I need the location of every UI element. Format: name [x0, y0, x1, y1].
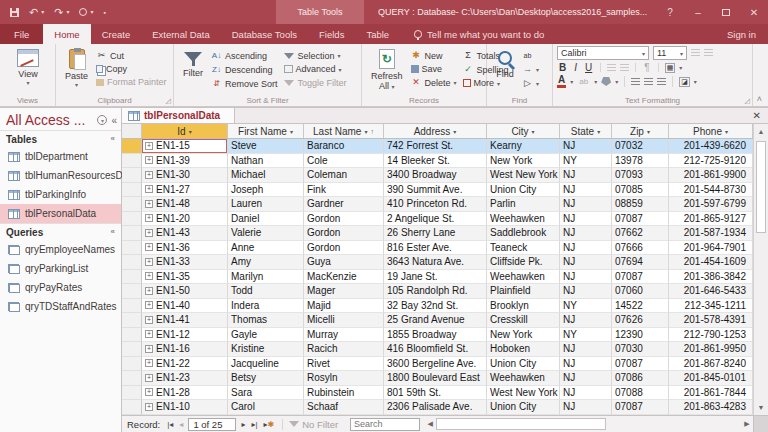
increase-indent-icon[interactable] — [620, 64, 629, 72]
font-size-combobox[interactable]: 11▾ — [653, 46, 687, 60]
cell-first-name[interactable]: Daniel — [228, 212, 304, 227]
descending-button[interactable]: Z↓Descending — [208, 63, 281, 76]
cell-address[interactable]: 3400 Broadway — [384, 168, 487, 183]
record-selector[interactable] — [122, 226, 142, 241]
cell-zip[interactable]: 12390 — [612, 328, 669, 343]
cell-id[interactable]: +EN1-12 — [142, 328, 228, 343]
record-selector[interactable] — [122, 400, 142, 415]
undo-icon[interactable]: ↶ — [29, 7, 38, 18]
cell-city[interactable]: Teaneck — [487, 241, 560, 256]
cell-state[interactable]: NJ — [560, 357, 612, 372]
remove-sort-button[interactable]: ⇵Remove Sort — [208, 77, 281, 90]
cell-state[interactable]: NJ — [560, 400, 612, 415]
cell-id[interactable]: +EN1-30 — [142, 168, 228, 183]
cell-zip[interactable]: 07085 — [612, 183, 669, 198]
cell-id[interactable]: +EN1-36 — [142, 241, 228, 256]
cut-button[interactable]: ✂Cut — [93, 49, 170, 62]
cell-phone[interactable]: 201-867-8240 — [669, 357, 753, 372]
record-selector[interactable] — [122, 371, 142, 386]
cell-city[interactable]: Union City — [487, 357, 560, 372]
cell-id[interactable]: +EN1-39 — [142, 154, 228, 169]
vertical-scrollbar[interactable]: ▲ ▼ — [753, 124, 768, 415]
cell-phone[interactable]: 201-587-1934 — [669, 226, 753, 241]
minimize-button[interactable]: – — [684, 0, 712, 24]
sidebar-item-query[interactable]: qryParkingList — [0, 259, 121, 278]
advanced-button[interactable]: Advanced▾ — [281, 63, 350, 75]
cell-zip[interactable]: 08859 — [612, 197, 669, 212]
expand-subdatasheet-icon[interactable]: + — [145, 316, 153, 324]
ribbon-tab[interactable]: External Data — [141, 24, 221, 44]
cell-last-name[interactable]: Majid — [304, 299, 384, 314]
cell-state[interactable]: NY — [560, 328, 612, 343]
expand-subdatasheet-icon[interactable]: + — [145, 359, 153, 367]
close-document-icon[interactable]: ✕ — [746, 108, 768, 123]
first-record-button[interactable]: |◂ — [164, 420, 176, 429]
cell-address[interactable]: 410 Princeton Rd. — [384, 197, 487, 212]
cell-city[interactable]: Cresskill — [487, 313, 560, 328]
column-dropdown-icon[interactable]: ▾ — [725, 128, 728, 135]
cell-city[interactable]: Weehawken — [487, 212, 560, 227]
cell-address[interactable]: 14 Bleeker St. — [384, 154, 487, 169]
record-selector[interactable] — [122, 357, 142, 372]
font-color-button[interactable]: A — [557, 75, 566, 88]
record-selector[interactable] — [122, 328, 142, 343]
cell-phone[interactable]: 201-597-6799 — [669, 197, 753, 212]
replace-button[interactable]: ab — [519, 49, 542, 62]
cell-address[interactable]: 32 Bay 32nd St. — [384, 299, 487, 314]
new-record-button[interactable]: ▸✱ — [260, 420, 277, 429]
column-header-state[interactable]: State▾ — [560, 124, 612, 138]
column-dropdown-icon[interactable]: ▾ — [532, 128, 535, 135]
column-dropdown-icon[interactable]: ▾ — [597, 128, 600, 135]
cell-last-name[interactable]: Coleman — [304, 168, 384, 183]
cell-last-name[interactable]: Murray — [304, 328, 384, 343]
ribbon-tab[interactable]: Table — [355, 24, 400, 44]
cell-first-name[interactable]: Valerie — [228, 226, 304, 241]
cell-phone[interactable]: 201-578-4391 — [669, 313, 753, 328]
cell-city[interactable]: Cliffside Pk. — [487, 255, 560, 270]
ribbon-tab[interactable]: Home — [43, 24, 90, 44]
column-header-city[interactable]: City▾ — [487, 124, 560, 138]
expand-subdatasheet-icon[interactable]: + — [145, 301, 153, 309]
filter-button[interactable]: Filter — [178, 47, 208, 94]
cell-first-name[interactable]: Amy — [228, 255, 304, 270]
cell-phone[interactable]: 201-439-6620 — [669, 139, 753, 154]
bullets-icon[interactable] — [691, 49, 700, 57]
document-tab[interactable]: tblPersonalData — [122, 108, 235, 123]
cell-id[interactable]: +EN1-15 — [142, 139, 228, 154]
cell-phone[interactable]: 201-861-9900 — [669, 168, 753, 183]
column-dropdown-icon[interactable]: ▾ — [290, 128, 293, 135]
cell-city[interactable]: Brooklyn — [487, 299, 560, 314]
cell-last-name[interactable]: Gordon — [304, 226, 384, 241]
cell-zip[interactable]: 07032 — [612, 139, 669, 154]
cell-address[interactable]: 390 Summit Ave. — [384, 183, 487, 198]
cell-id[interactable]: +EN1-28 — [142, 386, 228, 401]
scroll-right-icon[interactable]: ▶ — [741, 420, 753, 428]
close-button[interactable]: ✕ — [740, 0, 768, 24]
cell-address[interactable]: 26 Sherry Lane — [384, 226, 487, 241]
sidebar-item-query[interactable]: qryPayRates — [0, 278, 121, 297]
cell-address[interactable]: 105 Randolph Rd. — [384, 284, 487, 299]
select-all-cell[interactable] — [122, 124, 142, 138]
horizontal-scrollbar-track[interactable] — [606, 418, 741, 430]
cell-city[interactable]: Union City — [487, 400, 560, 415]
cell-phone[interactable]: 212-790-1253 — [669, 328, 753, 343]
background-color-icon[interactable] — [601, 77, 611, 86]
column-header-last-name[interactable]: Last Name▾↑ — [304, 124, 384, 138]
scroll-down-icon[interactable]: ▼ — [754, 400, 768, 415]
selection-button[interactable]: Selection▾ — [281, 49, 350, 62]
refresh-all-button[interactable]: ↻ RefreshAll ▾ — [366, 47, 408, 94]
expand-subdatasheet-icon[interactable]: + — [145, 243, 153, 251]
decrease-indent-icon[interactable] — [607, 64, 616, 72]
cell-first-name[interactable]: Joseph — [228, 183, 304, 198]
cell-state[interactable]: NJ — [560, 255, 612, 270]
cell-zip[interactable]: 07087 — [612, 357, 669, 372]
expand-subdatasheet-icon[interactable]: + — [145, 171, 153, 179]
cell-zip[interactable]: 07093 — [612, 168, 669, 183]
cell-state[interactable]: NJ — [560, 197, 612, 212]
cell-last-name[interactable]: Gordon — [304, 212, 384, 227]
cell-id[interactable]: +EN1-33 — [142, 255, 228, 270]
cell-last-name[interactable]: Baranco — [304, 139, 384, 154]
sidebar-item-query[interactable]: qryEmployeeNames — [0, 240, 121, 259]
cell-address[interactable]: 801 59th St. — [384, 386, 487, 401]
sidebar-item-table[interactable]: tblPersonalData — [0, 204, 121, 223]
